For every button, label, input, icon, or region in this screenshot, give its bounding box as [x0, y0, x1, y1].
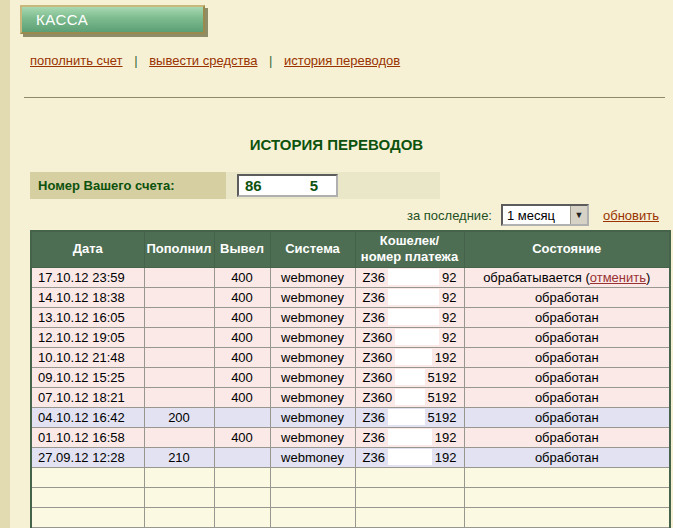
cell-status: обработан [464, 367, 670, 387]
status-text: обрабатывается [483, 270, 585, 285]
cell-deposit: 210 [144, 447, 214, 467]
cell-withdraw [214, 407, 270, 427]
cell-deposit [144, 367, 214, 387]
cell-wallet: Z36 92 [355, 287, 464, 307]
wallet-prefix: Z360 [363, 370, 393, 385]
wallet-censor-block [388, 289, 439, 305]
cancel-link[interactable]: отменить [590, 270, 646, 285]
status-text: обработан [535, 450, 599, 465]
cell-status: обработан [464, 447, 670, 467]
cell-status: обработан [464, 427, 670, 447]
wallet-prefix: Z36 [363, 450, 385, 465]
table-row: 12.10.12 19:05 400 webmoney Z360 92 обра… [31, 327, 670, 347]
wallet-censor-block [388, 309, 439, 325]
cell-wallet: Z36 92 [355, 267, 464, 287]
cell-status: обработан [464, 327, 670, 347]
cell-deposit [144, 327, 214, 347]
filter-row: за последние: 1 месяц ▼ обновить [0, 204, 673, 227]
nav-separator: | [269, 53, 272, 68]
cell-withdraw: 400 [214, 427, 270, 447]
status-text: обработан [535, 430, 599, 445]
cell-wallet: Z36 92 [355, 307, 464, 327]
wallet-censor-block [395, 369, 424, 385]
cell-deposit [144, 387, 214, 407]
banner-title: КАССА [22, 11, 88, 28]
table-row: 07.10.12 18:21 400 webmoney Z360 5192 об… [31, 387, 670, 407]
status-text: обработан [535, 390, 599, 405]
cell-system: webmoney [270, 387, 355, 407]
cell-wallet: Z360 92 [355, 327, 464, 347]
nav-link-deposit[interactable]: пополнить счет [30, 53, 123, 68]
chevron-down-icon[interactable]: ▼ [570, 206, 587, 224]
cell-date: 10.10.12 21:48 [31, 347, 144, 367]
status-text: обработан [535, 350, 599, 365]
cell-wallet: Z360 192 [355, 347, 464, 367]
cell-date: 09.10.12 15:25 [31, 367, 144, 387]
wallet-suffix: 92 [442, 310, 456, 325]
table-row: 13.10.12 16:05 400 webmoney Z36 92 обраб… [31, 307, 670, 327]
table-header-row: Дата Пополнил Вывел Система Кошелек/ ном… [31, 231, 670, 267]
cell-system: webmoney [270, 287, 355, 307]
table-row: 17.10.12 23:59 400 webmoney Z36 92 обраб… [31, 267, 670, 287]
account-number-input[interactable]: 86 5 [237, 174, 338, 197]
page-title: ИСТОРИЯ ПЕРЕВОДОВ [0, 136, 673, 153]
wallet-prefix: Z36 [363, 410, 385, 425]
nav-separator: | [134, 53, 137, 68]
cell-date: 07.10.12 18:21 [31, 387, 144, 407]
wallet-suffix: 92 [442, 290, 456, 305]
wallet-prefix: Z360 [363, 330, 393, 345]
period-select-value: 1 месяц [503, 208, 570, 223]
cell-date: 14.10.12 18:38 [31, 287, 144, 307]
header-status: Состояние [464, 231, 670, 267]
account-number-suffix: 5 [310, 177, 318, 194]
wallet-censor-block [395, 329, 439, 345]
account-number-prefix: 86 [245, 177, 262, 194]
cell-deposit [144, 307, 214, 327]
header-date: Дата [31, 231, 144, 267]
account-input-cell: 86 5 [226, 172, 440, 199]
wallet-suffix: 92 [442, 330, 456, 345]
cell-date: 04.10.12 16:42 [31, 407, 144, 427]
cell-status: обрабатывается (отменить) [464, 267, 670, 287]
wallet-suffix: 5192 [428, 390, 457, 405]
wallet-prefix: Z360 [363, 390, 393, 405]
period-select[interactable]: 1 месяц ▼ [501, 204, 589, 226]
status-text: обработан [535, 310, 599, 325]
wallet-suffix: 5192 [428, 410, 457, 425]
table-row: 09.10.12 15:25 400 webmoney Z360 5192 об… [31, 367, 670, 387]
cell-wallet: Z360 5192 [355, 387, 464, 407]
cell-withdraw [214, 447, 270, 467]
wallet-censor-block [395, 349, 432, 365]
account-number-censor-block [262, 178, 310, 193]
table-row: 14.10.12 18:38 400 webmoney Z36 92 обраб… [31, 287, 670, 307]
cell-withdraw: 400 [214, 307, 270, 327]
table-row: 10.10.12 21:48 400 webmoney Z360 192 обр… [31, 347, 670, 367]
header-deposit: Пополнил [144, 231, 214, 267]
wallet-suffix: 5192 [428, 370, 457, 385]
cell-system: webmoney [270, 347, 355, 367]
wallet-prefix: Z36 [363, 310, 385, 325]
wallet-censor-block [388, 429, 432, 445]
cell-withdraw: 400 [214, 367, 270, 387]
header-wallet: Кошелек/ номер платежа [355, 231, 464, 267]
cell-system: webmoney [270, 267, 355, 287]
wallet-suffix: 192 [435, 350, 457, 365]
cell-status: обработан [464, 347, 670, 367]
cell-deposit [144, 427, 214, 447]
wallet-censor-block [388, 409, 425, 425]
wallet-censor-block [388, 449, 432, 465]
nav-link-withdraw[interactable]: вывести средства [149, 53, 257, 68]
wallet-suffix: 92 [442, 270, 456, 285]
cell-date: 17.10.12 23:59 [31, 267, 144, 287]
page-left-margin-strip [0, 0, 10, 528]
cell-withdraw: 400 [214, 267, 270, 287]
main-nav: пополнить счет | вывести средства | исто… [30, 53, 400, 68]
kassa-banner: КАССА [20, 5, 205, 34]
nav-link-history[interactable]: история переводов [284, 53, 400, 68]
refresh-link[interactable]: обновить [603, 208, 659, 223]
cell-wallet: Z36 192 [355, 447, 464, 467]
cell-withdraw: 400 [214, 347, 270, 367]
horizontal-divider [24, 97, 665, 98]
cell-system: webmoney [270, 407, 355, 427]
status-text: обработан [535, 410, 599, 425]
